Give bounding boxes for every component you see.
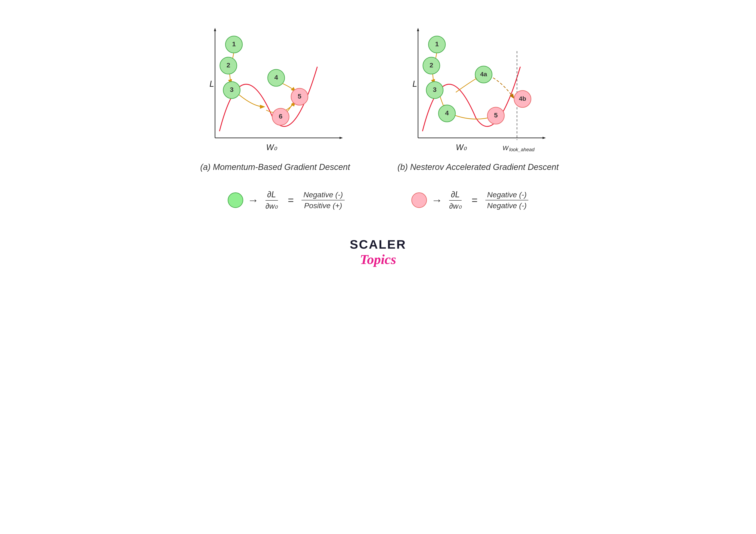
green-circle — [228, 192, 243, 208]
svg-marker-19 — [543, 137, 546, 139]
green-fraction: Negative (-) Positive (+) — [302, 190, 345, 210]
green-equals: = — [288, 194, 294, 206]
left-diagram-container: L W₀ — [197, 22, 353, 172]
pink-equals: = — [472, 194, 478, 206]
svg-text:4b: 4b — [519, 95, 526, 102]
green-partial-num: ∂L — [265, 190, 278, 201]
svg-text:6: 6 — [279, 113, 283, 120]
green-partial-den: ∂w₀ — [265, 201, 278, 211]
svg-text:4a: 4a — [480, 71, 487, 78]
left-diagram-svg: L W₀ — [197, 22, 353, 156]
svg-marker-3 — [214, 28, 216, 31]
pink-denominator: Negative (-) — [487, 200, 527, 210]
svg-text:4: 4 — [274, 73, 278, 81]
green-legend-item: → ∂L ∂w₀ = Negative (-) Positive (+) — [228, 190, 345, 211]
pink-numerator: Negative (-) — [485, 190, 528, 200]
pink-partial-num: ∂L — [449, 190, 462, 201]
green-numerator: Negative (-) — [302, 190, 345, 200]
svg-text:2: 2 — [227, 61, 230, 69]
right-diagram-svg: L W₀ W look_ahead — [400, 22, 556, 156]
pink-arrow: → — [431, 194, 443, 207]
pink-partial-den: ∂w₀ — [449, 201, 461, 211]
svg-text:2: 2 — [430, 61, 433, 69]
legend-row: → ∂L ∂w₀ = Negative (-) Positive (+) → ∂… — [228, 190, 528, 211]
svg-text:W₀: W₀ — [456, 143, 467, 152]
svg-text:5: 5 — [298, 93, 302, 100]
pink-circle — [411, 192, 427, 208]
right-diagram-title: (b) Nesterov Accelerated Gradient Descen… — [397, 162, 558, 172]
svg-text:4: 4 — [445, 109, 449, 117]
scaler-logo: SCALER Topics — [350, 237, 406, 267]
svg-text:1: 1 — [232, 40, 236, 47]
svg-marker-1 — [339, 137, 343, 139]
green-arrow: → — [248, 194, 259, 207]
pink-legend-item: → ∂L ∂w₀ = Negative (-) Negative (-) — [411, 190, 528, 211]
svg-text:L: L — [209, 79, 214, 89]
scaler-text: SCALER — [350, 237, 406, 252]
main-container: L W₀ — [0, 0, 756, 534]
left-diagram-title: (a) Momentum-Based Gradient Descent — [200, 162, 350, 172]
svg-text:L: L — [413, 79, 417, 89]
svg-text:W₀: W₀ — [266, 143, 277, 152]
diagrams-row: L W₀ — [197, 22, 558, 172]
svg-text:1: 1 — [435, 40, 439, 47]
green-denominator: Positive (+) — [304, 200, 342, 210]
right-diagram-container: L W₀ W look_ahead — [397, 22, 558, 172]
topics-text: Topics — [360, 252, 396, 267]
svg-text:look_ahead: look_ahead — [509, 147, 535, 152]
svg-text:W: W — [502, 145, 509, 152]
svg-text:3: 3 — [433, 86, 437, 93]
svg-text:3: 3 — [230, 86, 234, 93]
pink-fraction: Negative (-) Negative (-) — [485, 190, 528, 210]
svg-text:5: 5 — [494, 111, 498, 119]
svg-marker-21 — [417, 28, 419, 31]
